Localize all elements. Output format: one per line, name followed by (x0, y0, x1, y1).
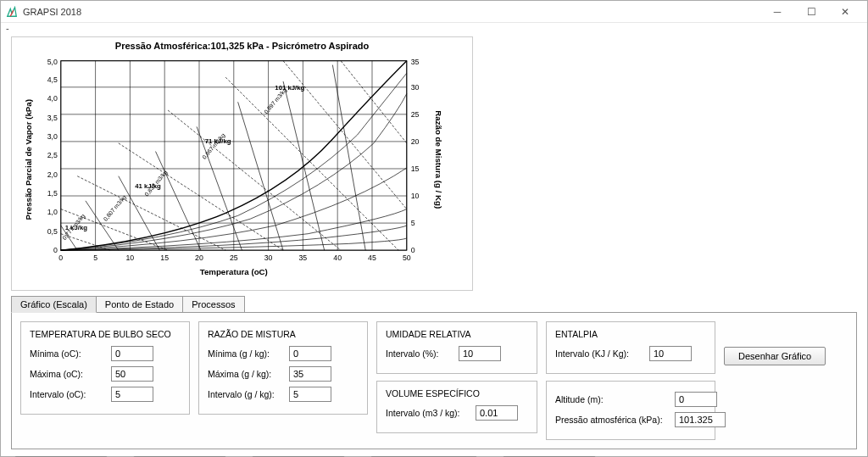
group-razao-mistura: RAZÃO DE MISTURA Mínima (g / kg): Máxima… (198, 321, 368, 415)
group-title-bulbo: TEMPERATURA DE BULBO SECO (30, 329, 181, 339)
volume-int-input[interactable] (476, 405, 518, 421)
tab-processos[interactable]: Processos (182, 296, 244, 313)
svg-text:5: 5 (93, 254, 97, 262)
bulbo-int-input[interactable] (111, 387, 153, 402)
svg-text:25: 25 (230, 254, 238, 262)
svg-text:15: 15 (411, 164, 420, 173)
chart-container: Pressão Atmosférica:101,325 kPa - Psicró… (11, 36, 473, 291)
svg-text:0,5: 0,5 (47, 227, 58, 236)
app-icon (6, 6, 18, 18)
app-window: GRAPSI 2018 ─ ☐ ✕ - Pressão Atmosférica:… (0, 0, 868, 457)
svg-text:10: 10 (126, 254, 135, 262)
desenhar-grafico-button[interactable]: Desenhar Gráfico (724, 347, 826, 365)
svg-text:10: 10 (411, 192, 420, 200)
entalpia-int-label: Intervalo (KJ / Kg): (555, 348, 644, 359)
razao-min-label: Mínima (g / kg): (208, 348, 284, 359)
bulbo-max-label: Máxima (oC): (30, 369, 106, 379)
pressao-input[interactable] (675, 412, 726, 427)
svg-text:15: 15 (160, 254, 169, 262)
volume-int-label: Intervalo (m3 / kg): (386, 408, 470, 418)
col-umidade-volume: UMIDADE RELATIVA Intervalo (%): VOLUME E… (376, 321, 537, 433)
svg-text:30: 30 (411, 83, 420, 92)
svg-text:0: 0 (58, 254, 63, 262)
svg-text:35: 35 (299, 254, 308, 262)
bulbo-max-input[interactable] (111, 366, 153, 382)
razao-int-input[interactable] (289, 387, 331, 402)
psychrometric-chart: 1 kJ/kg 41 kJ/kg 71 kJ/kg 101 kJ/kg 0,77… (15, 53, 469, 283)
group-altitude: Altitude (m): Pressão atmosférica (kPa): (546, 381, 715, 440)
group-bulbo-seco: TEMPERATURA DE BULBO SECO Mínima (oC): M… (20, 321, 190, 415)
svg-text:20: 20 (195, 254, 203, 262)
titlebar: GRAPSI 2018 ─ ☐ ✕ (1, 1, 867, 23)
svg-text:35: 35 (411, 58, 420, 66)
svg-text:50: 50 (403, 254, 411, 262)
svg-text:2,5: 2,5 (47, 151, 58, 159)
close-button[interactable]: ✕ (828, 1, 862, 23)
group-title-razao: RAZÃO DE MISTURA (208, 329, 359, 339)
content-area: Pressão Atmosférica:101,325 kPa - Psicró… (1, 33, 867, 457)
svg-text:3,5: 3,5 (47, 114, 58, 122)
group-title-umidade: UMIDADE RELATIVA (386, 329, 528, 339)
svg-text:2,0: 2,0 (47, 170, 58, 179)
col-entalpia-altitude: ENTALPIA Intervalo (KJ / Kg): Altitude (… (546, 321, 715, 440)
svg-text:45: 45 (368, 254, 376, 262)
svg-text:4,5: 4,5 (47, 75, 58, 84)
svg-text:5: 5 (411, 219, 415, 227)
bottom-buttons: Limpar Salvar Gráfico Salvar Tabela Sobr… (11, 449, 857, 457)
y-left-axis-label: Pressão Parcial de Vapor (kPa) (24, 99, 33, 220)
altitude-label: Altitude (m): (555, 394, 670, 404)
svg-text:1,5: 1,5 (47, 189, 58, 198)
y-right-axis-label: Razão de Mistura (g / Kg) (434, 110, 443, 209)
tab-panel-grafico: TEMPERATURA DE BULBO SECO Mínima (oC): M… (11, 312, 857, 449)
menubar[interactable]: - (1, 23, 867, 33)
x-axis-label: Temperatura (oC) (200, 267, 268, 276)
svg-text:4,0: 4,0 (47, 94, 58, 103)
svg-text:3,0: 3,0 (47, 132, 58, 141)
svg-text:25: 25 (411, 110, 420, 119)
razao-int-label: Intervalo (g / kg): (208, 389, 284, 399)
bulbo-min-input[interactable] (111, 346, 153, 361)
svg-text:30: 30 (264, 254, 273, 262)
razao-min-input[interactable] (289, 346, 331, 361)
group-title-entalpia: ENTALPIA (555, 329, 706, 339)
razao-max-input[interactable] (289, 366, 331, 382)
entalpia-int-input[interactable] (649, 346, 692, 361)
tabs: Gráfico (Escala) Ponto de Estado Process… (11, 296, 857, 313)
group-entalpia: ENTALPIA Intervalo (KJ / Kg): (546, 321, 715, 374)
group-umidade: UMIDADE RELATIVA Intervalo (%): (376, 321, 537, 374)
svg-text:40: 40 (333, 254, 342, 262)
bulbo-min-label: Mínima (oC): (30, 348, 106, 359)
minimize-button[interactable]: ─ (760, 1, 794, 23)
svg-text:20: 20 (411, 137, 420, 146)
chart-title: Pressão Atmosférica:101,325 kPa - Psicró… (15, 41, 469, 51)
svg-text:5,0: 5,0 (47, 58, 58, 66)
col-desenhar: Desenhar Gráfico (724, 321, 826, 365)
svg-text:0: 0 (53, 246, 58, 254)
razao-max-label: Máxima (g / kg): (208, 369, 284, 379)
bulbo-int-label: Intervalo (oC): (30, 389, 106, 399)
pressao-label: Pressão atmosférica (kPa): (555, 415, 670, 425)
altitude-input[interactable] (675, 392, 717, 407)
umidade-int-label: Intervalo (%): (386, 348, 453, 359)
svg-text:1,0: 1,0 (47, 208, 58, 216)
group-volume: VOLUME ESPECÍFICO Intervalo (m3 / kg): (376, 381, 537, 433)
tab-grafico-escala[interactable]: Gráfico (Escala) (11, 296, 97, 313)
umidade-int-input[interactable] (459, 346, 501, 361)
svg-text:0: 0 (411, 246, 415, 254)
group-title-volume: VOLUME ESPECÍFICO (386, 388, 528, 398)
tab-ponto-de-estado[interactable]: Ponto de Estado (96, 296, 183, 313)
maximize-button[interactable]: ☐ (794, 1, 828, 23)
menubar-item[interactable]: - (6, 23, 9, 33)
window-title: GRAPSI 2018 (23, 7, 81, 17)
